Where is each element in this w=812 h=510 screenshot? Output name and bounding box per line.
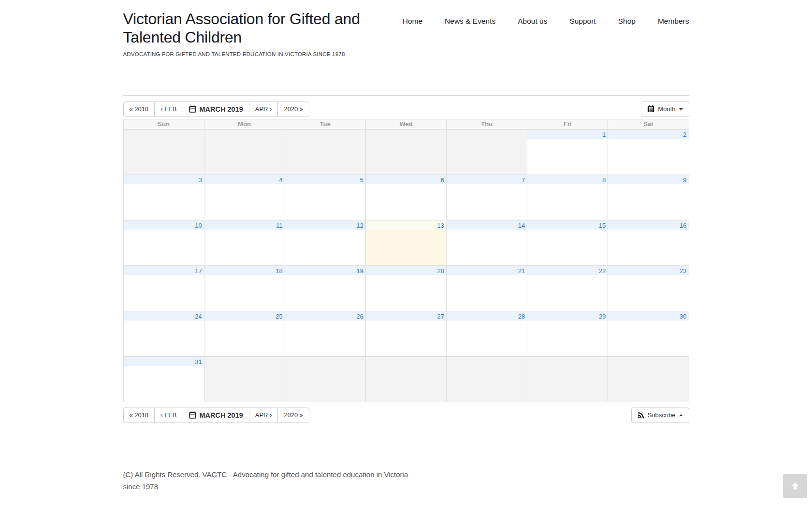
calendar-day-cell[interactable]: 29 bbox=[527, 311, 608, 356]
calendar-day-cell[interactable]: 28 bbox=[447, 311, 527, 356]
calendar-day-cell[interactable]: 24 bbox=[123, 311, 204, 356]
calendar-day-cell[interactable]: 5 bbox=[285, 175, 365, 220]
day-number[interactable]: 10 bbox=[195, 222, 202, 229]
day-number[interactable]: 8 bbox=[602, 176, 606, 184]
day-number-strip: 17 bbox=[124, 266, 204, 275]
day-number[interactable]: 27 bbox=[437, 313, 444, 320]
nav-item-support[interactable]: Support bbox=[569, 17, 595, 26]
prev-month-button-bottom[interactable]: ‹ FEB bbox=[154, 408, 183, 423]
subscribe-label: Subscribe bbox=[648, 411, 676, 419]
calendar-day-cell[interactable]: 30 bbox=[608, 311, 689, 356]
calendar-day-cell[interactable]: 27 bbox=[365, 311, 446, 356]
prev-year-button[interactable]: « 2018 bbox=[123, 102, 155, 117]
calendar-day-cell[interactable]: 7 bbox=[447, 175, 527, 220]
day-number-strip: 12 bbox=[285, 220, 365, 230]
arrow-up-icon bbox=[790, 481, 800, 491]
day-number[interactable]: 20 bbox=[437, 267, 444, 275]
calendar-day-cell[interactable]: 16 bbox=[608, 220, 689, 265]
day-number[interactable]: 22 bbox=[599, 267, 606, 275]
day-number[interactable]: 23 bbox=[680, 267, 686, 275]
calendar-day-cell[interactable]: 3 bbox=[123, 175, 204, 220]
day-number[interactable]: 29 bbox=[599, 313, 606, 320]
day-number[interactable]: 21 bbox=[518, 267, 525, 275]
day-number[interactable]: 1 bbox=[602, 131, 606, 138]
calendar-day-cell[interactable]: 14 bbox=[447, 220, 527, 265]
calendar-day-cell[interactable]: 9 bbox=[608, 175, 689, 220]
day-number[interactable]: 17 bbox=[195, 267, 202, 275]
calendar-day-cell[interactable]: 18 bbox=[204, 265, 285, 311]
day-number[interactable]: 28 bbox=[518, 313, 525, 320]
day-number[interactable]: 31 bbox=[195, 358, 202, 365]
back-to-top-button[interactable] bbox=[783, 474, 807, 498]
calendar-day-cell[interactable]: 26 bbox=[285, 311, 365, 356]
next-year-button-bottom[interactable]: 2020 » bbox=[277, 408, 309, 423]
calendar-day-cell[interactable]: 2 bbox=[608, 129, 689, 175]
day-number[interactable]: 9 bbox=[683, 176, 686, 184]
calendar-day-cell[interactable]: 11 bbox=[204, 220, 285, 265]
calendar-day-cell[interactable]: 20 bbox=[365, 265, 446, 311]
day-number[interactable]: 13 bbox=[437, 222, 444, 229]
calendar-day-cell[interactable]: 6 bbox=[365, 175, 446, 220]
next-month-button-bottom[interactable]: APR › bbox=[249, 408, 278, 423]
calendar-day-cell[interactable]: 31 bbox=[123, 356, 204, 402]
calendar-day-cell[interactable]: 15 bbox=[527, 220, 608, 265]
current-month-button-bottom[interactable]: MARCH 2019 bbox=[183, 408, 249, 423]
calendar-day-cell[interactable]: 8 bbox=[527, 175, 608, 220]
day-number[interactable]: 3 bbox=[198, 176, 202, 184]
calendar-day-cell[interactable]: 12 bbox=[285, 220, 365, 265]
nav-item-news-events[interactable]: News & Events bbox=[445, 17, 495, 26]
calendar-day-cell[interactable]: 19 bbox=[285, 265, 365, 311]
nav-item-about-us[interactable]: About us bbox=[518, 17, 547, 26]
day-number[interactable]: 25 bbox=[276, 313, 282, 320]
day-number[interactable]: 2 bbox=[683, 131, 686, 138]
calendar-toolbar-top: « 2018 ‹ FEB MARCH 2019 APR › 2020 » bbox=[123, 102, 689, 117]
day-header-thu: Thu bbox=[447, 119, 527, 129]
nav-item-home[interactable]: Home bbox=[403, 17, 422, 26]
calendar-week-row: 31 bbox=[123, 356, 689, 402]
day-number[interactable]: 26 bbox=[356, 313, 363, 320]
calendar-day-cell[interactable]: 22 bbox=[527, 265, 608, 311]
day-number[interactable]: 30 bbox=[680, 313, 686, 320]
day-number[interactable]: 24 bbox=[195, 313, 202, 320]
calendar-day-cell[interactable]: 23 bbox=[608, 265, 689, 311]
calendar-day-header-row: Sun Mon Tue Wed Thu Fri Sat bbox=[123, 119, 689, 129]
day-header-fri: Fri bbox=[527, 119, 608, 129]
copyright-line-2: since 1978 bbox=[123, 482, 159, 491]
day-number[interactable]: 12 bbox=[356, 222, 363, 229]
day-number-strip: 25 bbox=[204, 311, 285, 321]
calendar-day-cell[interactable]: 4 bbox=[204, 175, 285, 220]
calendar-day-cell[interactable]: 17 bbox=[123, 265, 204, 311]
day-number[interactable]: 4 bbox=[279, 176, 283, 184]
day-header-mon: Mon bbox=[204, 119, 285, 129]
nav-item-shop[interactable]: Shop bbox=[618, 17, 636, 26]
day-number[interactable]: 6 bbox=[441, 176, 444, 184]
site-title[interactable]: Victorian Association for Gifted and Tal… bbox=[123, 10, 394, 47]
calendar-day-cell[interactable]: 1 bbox=[527, 129, 608, 175]
calendar-day-cell[interactable]: 10 bbox=[123, 220, 204, 265]
day-number[interactable]: 16 bbox=[680, 222, 686, 229]
view-mode-dropdown[interactable]: Month bbox=[641, 102, 689, 117]
day-number-strip: 21 bbox=[447, 266, 527, 275]
day-number[interactable]: 14 bbox=[518, 222, 525, 229]
view-mode-label: Month bbox=[658, 105, 675, 113]
day-number[interactable]: 7 bbox=[522, 176, 525, 184]
calendar-day-cell[interactable]: 25 bbox=[204, 311, 285, 356]
prev-month-button[interactable]: ‹ FEB bbox=[154, 102, 183, 117]
day-number-strip: 2 bbox=[608, 130, 688, 139]
calendar-day-cell[interactable]: 21 bbox=[447, 265, 527, 311]
main-nav: Home News & Events About us Support Shop… bbox=[403, 10, 689, 26]
calendar-day-cell[interactable]: 13 bbox=[365, 220, 446, 265]
nav-item-members[interactable]: Members bbox=[658, 17, 689, 26]
next-year-button[interactable]: 2020 » bbox=[277, 102, 309, 117]
day-number[interactable]: 11 bbox=[276, 222, 283, 229]
subscribe-button[interactable]: Subscribe bbox=[631, 408, 689, 423]
day-number-strip: 23 bbox=[608, 266, 688, 275]
day-number[interactable]: 18 bbox=[276, 267, 282, 275]
next-month-button[interactable]: APR › bbox=[249, 102, 278, 117]
prev-year-button-bottom[interactable]: « 2018 bbox=[123, 408, 155, 423]
day-number[interactable]: 15 bbox=[599, 222, 606, 229]
day-number[interactable]: 5 bbox=[360, 176, 363, 184]
calendar-grid: Sun Mon Tue Wed Thu Fri Sat 123456789101… bbox=[123, 119, 689, 402]
current-month-button[interactable]: MARCH 2019 bbox=[183, 102, 249, 117]
day-number[interactable]: 19 bbox=[356, 267, 363, 275]
